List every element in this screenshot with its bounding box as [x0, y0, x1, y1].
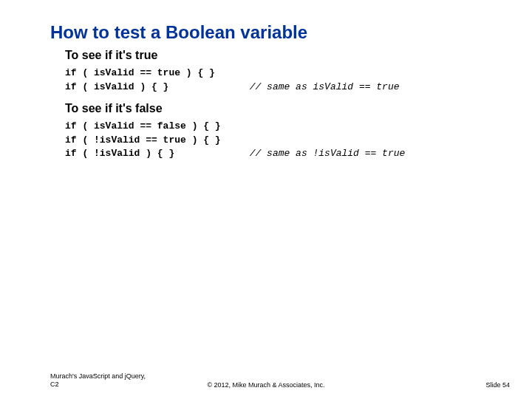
code-line: if ( isValid ) { }	[65, 81, 168, 92]
code-line: if ( isValid == true ) { }	[65, 67, 215, 78]
footer-copyright: © 2012, Mike Murach & Associates, Inc.	[0, 381, 532, 389]
slide: How to test a Boolean variable To see if…	[0, 0, 532, 399]
code-pad	[168, 81, 220, 92]
footer-book-title: Murach's JavaScript and jQuery,	[50, 372, 146, 380]
slide-footer: Murach's JavaScript and jQuery, C2 © 201…	[0, 369, 532, 389]
footer-slide-number: Slide 54	[485, 381, 510, 389]
code-block-false: if ( isValid == false ) { } if ( !isVali…	[65, 120, 479, 162]
code-line: if ( !isValid == true ) { }	[65, 134, 221, 146]
code-comment: // same as !isValid == true	[250, 148, 406, 159]
code-line: if ( !isValid ) { }	[65, 148, 174, 159]
slide-content: To see if it's true if ( isValid == true…	[65, 49, 479, 168]
slide-title: How to test a Boolean variable	[50, 22, 307, 43]
section-heading-true: To see if it's true	[65, 49, 479, 62]
code-line: if ( isValid == false ) { }	[65, 120, 221, 132]
code-comment: // same as isValid == true	[250, 81, 400, 92]
code-block-true: if ( isValid == true ) { } if ( isValid …	[65, 66, 479, 95]
section-heading-false: To see if it's false	[65, 102, 479, 115]
code-pad	[174, 148, 220, 159]
